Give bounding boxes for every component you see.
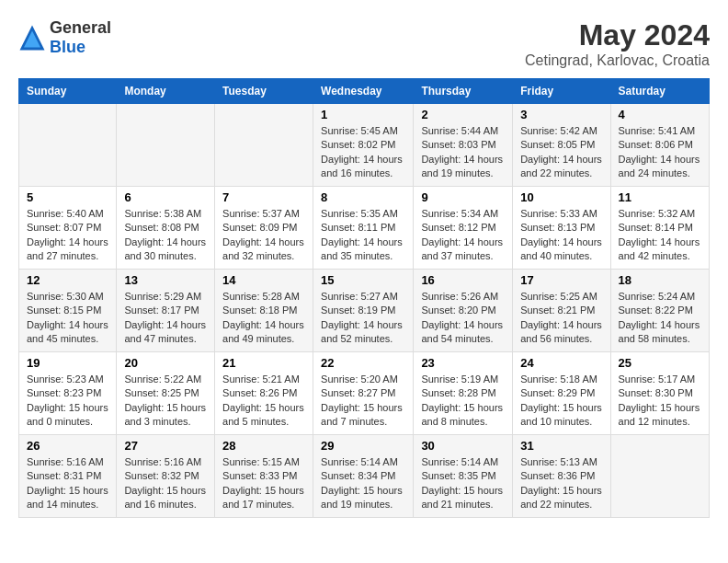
day-number: 9 [421, 190, 505, 204]
calendar-cell: 11Sunrise: 5:32 AM Sunset: 8:14 PM Dayli… [610, 187, 709, 270]
day-info: Sunrise: 5:33 AM Sunset: 8:13 PM Dayligh… [520, 207, 602, 264]
calendar-body: 1Sunrise: 5:45 AM Sunset: 8:02 PM Daylig… [19, 104, 710, 518]
day-number: 23 [421, 356, 505, 370]
day-info: Sunrise: 5:22 AM Sunset: 8:25 PM Dayligh… [124, 373, 207, 430]
day-number: 28 [222, 439, 305, 453]
header-row: SundayMondayTuesdayWednesdayThursdayFrid… [19, 79, 710, 104]
calendar-cell: 19Sunrise: 5:23 AM Sunset: 8:23 PM Dayli… [19, 352, 117, 435]
day-number: 13 [124, 273, 207, 287]
header-day-monday: Monday [117, 79, 215, 104]
calendar-cell: 29Sunrise: 5:14 AM Sunset: 8:34 PM Dayli… [313, 435, 414, 518]
day-number: 18 [619, 273, 701, 287]
day-info: Sunrise: 5:40 AM Sunset: 8:07 PM Dayligh… [27, 207, 108, 264]
day-info: Sunrise: 5:15 AM Sunset: 8:33 PM Dayligh… [222, 455, 305, 512]
day-number: 7 [222, 190, 305, 204]
week-row-4: 19Sunrise: 5:23 AM Sunset: 8:23 PM Dayli… [19, 352, 710, 435]
header-day-thursday: Thursday [414, 79, 513, 104]
header-day-saturday: Saturday [610, 79, 709, 104]
calendar-title: May 2024 [525, 18, 710, 52]
calendar-cell: 15Sunrise: 5:27 AM Sunset: 8:19 PM Dayli… [313, 270, 414, 352]
day-info: Sunrise: 5:45 AM Sunset: 8:02 PM Dayligh… [321, 124, 405, 181]
week-row-1: 1Sunrise: 5:45 AM Sunset: 8:02 PM Daylig… [19, 104, 710, 187]
day-info: Sunrise: 5:27 AM Sunset: 8:19 PM Dayligh… [321, 290, 405, 347]
calendar-cell: 3Sunrise: 5:42 AM Sunset: 8:05 PM Daylig… [513, 104, 610, 187]
calendar-cell: 10Sunrise: 5:33 AM Sunset: 8:13 PM Dayli… [513, 187, 610, 270]
day-number: 31 [520, 439, 602, 453]
title-block: May 2024 Cetingrad, Karlovac, Croatia [525, 18, 710, 69]
day-number: 27 [124, 439, 207, 453]
day-info: Sunrise: 5:30 AM Sunset: 8:15 PM Dayligh… [27, 290, 108, 347]
day-number: 2 [421, 108, 505, 121]
day-number: 8 [321, 190, 405, 204]
calendar-cell [117, 104, 215, 187]
day-number: 16 [421, 273, 505, 287]
calendar-cell: 7Sunrise: 5:37 AM Sunset: 8:09 PM Daylig… [215, 187, 313, 270]
day-number: 1 [321, 108, 405, 121]
day-info: Sunrise: 5:13 AM Sunset: 8:36 PM Dayligh… [520, 455, 602, 512]
week-row-5: 26Sunrise: 5:16 AM Sunset: 8:31 PM Dayli… [19, 435, 710, 518]
day-info: Sunrise: 5:42 AM Sunset: 8:05 PM Dayligh… [520, 124, 602, 181]
day-info: Sunrise: 5:23 AM Sunset: 8:23 PM Dayligh… [27, 373, 108, 430]
header-day-friday: Friday [513, 79, 610, 104]
calendar-cell: 6Sunrise: 5:38 AM Sunset: 8:08 PM Daylig… [117, 187, 215, 270]
day-number: 3 [520, 108, 602, 121]
logo-blue: Blue [50, 38, 111, 57]
day-info: Sunrise: 5:29 AM Sunset: 8:17 PM Dayligh… [124, 290, 207, 347]
calendar-cell: 2Sunrise: 5:44 AM Sunset: 8:03 PM Daylig… [414, 104, 513, 187]
calendar-cell [215, 104, 313, 187]
day-number: 10 [520, 190, 602, 204]
day-info: Sunrise: 5:35 AM Sunset: 8:11 PM Dayligh… [321, 207, 405, 264]
day-info: Sunrise: 5:21 AM Sunset: 8:26 PM Dayligh… [222, 373, 305, 430]
calendar-cell: 27Sunrise: 5:16 AM Sunset: 8:32 PM Dayli… [117, 435, 215, 518]
day-info: Sunrise: 5:16 AM Sunset: 8:31 PM Dayligh… [27, 455, 108, 512]
day-number: 15 [321, 273, 405, 287]
calendar-cell: 13Sunrise: 5:29 AM Sunset: 8:17 PM Dayli… [117, 270, 215, 352]
day-info: Sunrise: 5:37 AM Sunset: 8:09 PM Dayligh… [222, 207, 305, 264]
calendar-cell: 5Sunrise: 5:40 AM Sunset: 8:07 PM Daylig… [19, 187, 117, 270]
calendar-cell: 1Sunrise: 5:45 AM Sunset: 8:02 PM Daylig… [313, 104, 414, 187]
calendar-cell: 31Sunrise: 5:13 AM Sunset: 8:36 PM Dayli… [513, 435, 610, 518]
day-info: Sunrise: 5:14 AM Sunset: 8:34 PM Dayligh… [321, 455, 405, 512]
day-number: 25 [619, 356, 701, 370]
calendar-cell: 14Sunrise: 5:28 AM Sunset: 8:18 PM Dayli… [215, 270, 313, 352]
day-number: 21 [222, 356, 305, 370]
day-number: 14 [222, 273, 305, 287]
day-info: Sunrise: 5:17 AM Sunset: 8:30 PM Dayligh… [619, 373, 701, 430]
day-number: 24 [520, 356, 602, 370]
calendar-cell: 24Sunrise: 5:18 AM Sunset: 8:29 PM Dayli… [513, 352, 610, 435]
calendar-cell: 12Sunrise: 5:30 AM Sunset: 8:15 PM Dayli… [19, 270, 117, 352]
day-number: 19 [27, 356, 108, 370]
calendar-cell: 4Sunrise: 5:41 AM Sunset: 8:06 PM Daylig… [610, 104, 709, 187]
logo-icon [18, 24, 46, 52]
calendar-cell: 28Sunrise: 5:15 AM Sunset: 8:33 PM Dayli… [215, 435, 313, 518]
day-info: Sunrise: 5:28 AM Sunset: 8:18 PM Dayligh… [222, 290, 305, 347]
logo: General Blue [18, 18, 111, 57]
calendar-cell: 21Sunrise: 5:21 AM Sunset: 8:26 PM Dayli… [215, 352, 313, 435]
header-day-tuesday: Tuesday [215, 79, 313, 104]
page-header: General Blue May 2024 Cetingrad, Karlova… [18, 18, 710, 69]
calendar-cell: 22Sunrise: 5:20 AM Sunset: 8:27 PM Dayli… [313, 352, 414, 435]
day-number: 12 [27, 273, 108, 287]
calendar-cell: 23Sunrise: 5:19 AM Sunset: 8:28 PM Dayli… [414, 352, 513, 435]
day-number: 29 [321, 439, 405, 453]
calendar-cell: 8Sunrise: 5:35 AM Sunset: 8:11 PM Daylig… [313, 187, 414, 270]
calendar-cell: 26Sunrise: 5:16 AM Sunset: 8:31 PM Dayli… [19, 435, 117, 518]
day-info: Sunrise: 5:38 AM Sunset: 8:08 PM Dayligh… [124, 207, 207, 264]
week-row-3: 12Sunrise: 5:30 AM Sunset: 8:15 PM Dayli… [19, 270, 710, 352]
day-info: Sunrise: 5:18 AM Sunset: 8:29 PM Dayligh… [520, 373, 602, 430]
day-info: Sunrise: 5:19 AM Sunset: 8:28 PM Dayligh… [421, 373, 505, 430]
day-info: Sunrise: 5:16 AM Sunset: 8:32 PM Dayligh… [124, 455, 207, 512]
day-info: Sunrise: 5:41 AM Sunset: 8:06 PM Dayligh… [619, 124, 701, 181]
calendar-header: SundayMondayTuesdayWednesdayThursdayFrid… [19, 79, 710, 104]
week-row-2: 5Sunrise: 5:40 AM Sunset: 8:07 PM Daylig… [19, 187, 710, 270]
day-number: 26 [27, 439, 108, 453]
day-info: Sunrise: 5:44 AM Sunset: 8:03 PM Dayligh… [421, 124, 505, 181]
day-number: 17 [520, 273, 602, 287]
day-info: Sunrise: 5:20 AM Sunset: 8:27 PM Dayligh… [321, 373, 405, 430]
calendar-cell [610, 435, 709, 518]
day-number: 30 [421, 439, 505, 453]
header-day-sunday: Sunday [19, 79, 117, 104]
day-number: 4 [619, 108, 701, 121]
calendar-cell [19, 104, 117, 187]
day-number: 22 [321, 356, 405, 370]
